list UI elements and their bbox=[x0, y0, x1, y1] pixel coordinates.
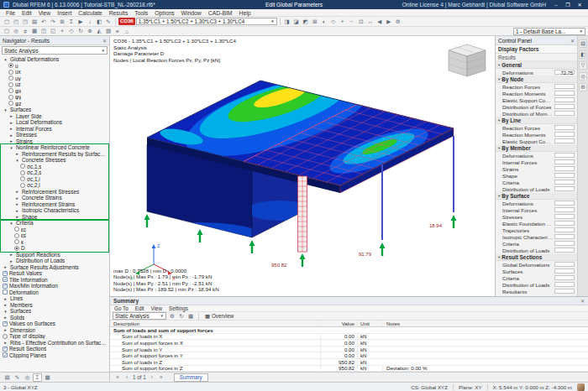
expand-icon[interactable]: ▸ bbox=[8, 133, 14, 138]
numbering-icon[interactable]: # bbox=[21, 27, 29, 35]
expand-icon[interactable]: ▸ bbox=[3, 302, 8, 307]
summary-menu-settings[interactable]: Settings bbox=[169, 305, 188, 311]
menu-calculate[interactable]: Calculate bbox=[78, 10, 102, 16]
overview-toggle[interactable]: ▦ Overview bbox=[202, 313, 236, 319]
summary-menu-edit[interactable]: Edit bbox=[135, 305, 144, 311]
tree-item[interactable]: uz bbox=[1, 81, 108, 88]
results-navigator-tab[interactable]: Σ bbox=[33, 373, 42, 382]
tree-item[interactable]: φy bbox=[1, 94, 108, 101]
undo-icon[interactable]: ↶ bbox=[39, 18, 48, 26]
tree-item[interactable]: ▾Surfaces bbox=[1, 107, 108, 113]
tree-item[interactable]: ▸Dimension bbox=[1, 327, 108, 334]
collapse-icon[interactable]: ▾ bbox=[8, 221, 14, 226]
panel-color-scale-tab[interactable]: ◧ bbox=[579, 50, 587, 59]
base-layer-select[interactable]: 1 - Default Base La... ▼ bbox=[513, 28, 585, 35]
expand-icon[interactable]: ▸ bbox=[3, 296, 8, 301]
tree-item[interactable]: Type of display bbox=[1, 333, 108, 340]
tree-item[interactable]: Values on Surfaces bbox=[1, 321, 108, 327]
expand-icon[interactable]: ▸ bbox=[8, 113, 14, 118]
column-header[interactable]: Value bbox=[320, 321, 357, 326]
calculate-icon[interactable]: Σ bbox=[67, 18, 76, 26]
tree-item[interactable]: ▾Global Deformations bbox=[1, 56, 108, 63]
new-model-icon[interactable]: ▢ bbox=[3, 18, 11, 26]
expand-icon[interactable]: ▸ bbox=[8, 138, 14, 143]
tree-item[interactable]: σc,2,s bbox=[1, 169, 108, 176]
expand-icon[interactable]: ▸ bbox=[14, 214, 20, 219]
radio-icon[interactable] bbox=[8, 88, 13, 93]
table-row[interactable]: Sum of support forces in Z950.82kNDeviat… bbox=[110, 366, 588, 372]
tree-item[interactable]: Result Sections bbox=[1, 346, 108, 352]
radio-icon[interactable] bbox=[20, 183, 25, 188]
show-results-icon[interactable]: ◨ bbox=[283, 18, 291, 26]
last-page-icon[interactable]: » bbox=[158, 374, 165, 380]
summary-table-tab[interactable]: Summary bbox=[174, 373, 208, 382]
support-arrow[interactable] bbox=[451, 215, 457, 228]
column-header[interactable]: Unit bbox=[357, 321, 382, 326]
result-values-icon[interactable]: ◪ bbox=[292, 18, 301, 26]
next-view-icon[interactable]: ▶ bbox=[385, 18, 393, 26]
next-page-icon[interactable]: › bbox=[149, 374, 155, 380]
display-properties-icon[interactable]: ▦ bbox=[30, 27, 39, 35]
settings-icon[interactable]: ⚙ bbox=[394, 18, 402, 26]
column-header[interactable]: Description bbox=[110, 321, 320, 326]
maximize-button[interactable]: ❐ bbox=[563, 1, 573, 8]
start-calculation-icon[interactable]: ▶ bbox=[76, 18, 85, 26]
expand-icon[interactable]: ▸ bbox=[8, 120, 14, 125]
column-reinforced-concrete[interactable] bbox=[298, 176, 307, 252]
tree-item[interactable]: ▸Support Reactions bbox=[1, 252, 108, 258]
radio-icon[interactable] bbox=[20, 164, 25, 169]
support-arrow[interactable] bbox=[300, 253, 306, 267]
home-view-icon[interactable]: ⌂ bbox=[123, 27, 131, 35]
expand-icon[interactable]: ▸ bbox=[8, 258, 14, 263]
objects-navigator-tab[interactable]: ▦ bbox=[43, 373, 52, 382]
section-header[interactable]: ▾Result Sections bbox=[496, 253, 577, 261]
checkbox-checked-icon[interactable] bbox=[3, 277, 8, 282]
radio-icon[interactable] bbox=[14, 227, 19, 232]
radio-icon[interactable] bbox=[8, 82, 13, 87]
minimize-button[interactable]: – bbox=[551, 1, 561, 8]
views-navigator-tab[interactable]: ◎ bbox=[23, 373, 32, 382]
tree-item[interactable]: ▸Isotropic Characteristics bbox=[1, 207, 108, 214]
graphics-icon[interactable]: ✎ bbox=[104, 18, 113, 26]
menu-options[interactable]: Options bbox=[155, 10, 174, 16]
tree-item[interactable]: ▸Reinforcement Strains bbox=[1, 201, 108, 208]
tree-item[interactable]: εc bbox=[1, 227, 108, 233]
tree-item[interactable]: ▾Nonlinear Reinforced Concrete bbox=[1, 144, 108, 151]
print-table-icon[interactable]: ▦ bbox=[186, 312, 195, 321]
tree-item[interactable]: ▸Reinforcement Stresses bbox=[1, 189, 108, 196]
loads-icon[interactable]: ↓ bbox=[86, 18, 94, 26]
tree-item[interactable]: ▾Criteria bbox=[1, 220, 108, 227]
radio-icon[interactable] bbox=[8, 95, 13, 100]
prev-page-icon[interactable]: ‹ bbox=[123, 374, 130, 380]
section-header[interactable]: ▾By Node bbox=[496, 76, 577, 83]
tree-item[interactable]: ▸Reinforcement Results by Surface Reinfo… bbox=[1, 151, 108, 158]
tree-item[interactable]: κ bbox=[1, 239, 108, 246]
isometric-icon[interactable]: ◇ bbox=[67, 27, 76, 35]
column-header[interactable]: Notes bbox=[382, 321, 588, 326]
factor-value-input[interactable] bbox=[554, 268, 575, 274]
tree-item[interactable]: εs bbox=[1, 232, 108, 239]
section-header[interactable]: ▾General bbox=[496, 61, 577, 69]
factor-value-input[interactable] bbox=[554, 138, 575, 144]
open-model-icon[interactable]: ◰ bbox=[12, 18, 20, 26]
sections-icon[interactable]: ◫ bbox=[39, 27, 48, 35]
factor-value-input[interactable] bbox=[554, 234, 575, 240]
expand-icon[interactable]: ▸ bbox=[14, 196, 20, 201]
tree-item[interactable]: ux bbox=[1, 69, 108, 76]
menu-edit[interactable]: Edit bbox=[22, 10, 32, 16]
checkbox-checked-icon[interactable] bbox=[3, 352, 8, 357]
radio-selected-icon[interactable] bbox=[8, 63, 13, 68]
close-button[interactable]: ✕ bbox=[575, 1, 585, 8]
checkbox-icon[interactable] bbox=[3, 289, 8, 295]
factor-value-input[interactable] bbox=[554, 84, 575, 90]
zoom-extents-icon[interactable]: ⊕ bbox=[86, 27, 94, 35]
model-3d-view[interactable]: 950.8291.7918.94 XYZ bbox=[110, 36, 496, 296]
tree-item[interactable]: Title Information bbox=[1, 277, 108, 284]
checkbox-checked-icon[interactable] bbox=[3, 347, 8, 352]
collapse-icon[interactable]: ▾ bbox=[3, 309, 8, 314]
color-scale-icon[interactable]: ◩ bbox=[302, 18, 310, 26]
menu-cadbim[interactable]: CAD-BIM bbox=[208, 10, 233, 16]
tree-item[interactable]: ▸Members bbox=[1, 302, 108, 309]
factor-value-input[interactable] bbox=[554, 173, 575, 179]
factor-value-input[interactable] bbox=[554, 262, 575, 268]
